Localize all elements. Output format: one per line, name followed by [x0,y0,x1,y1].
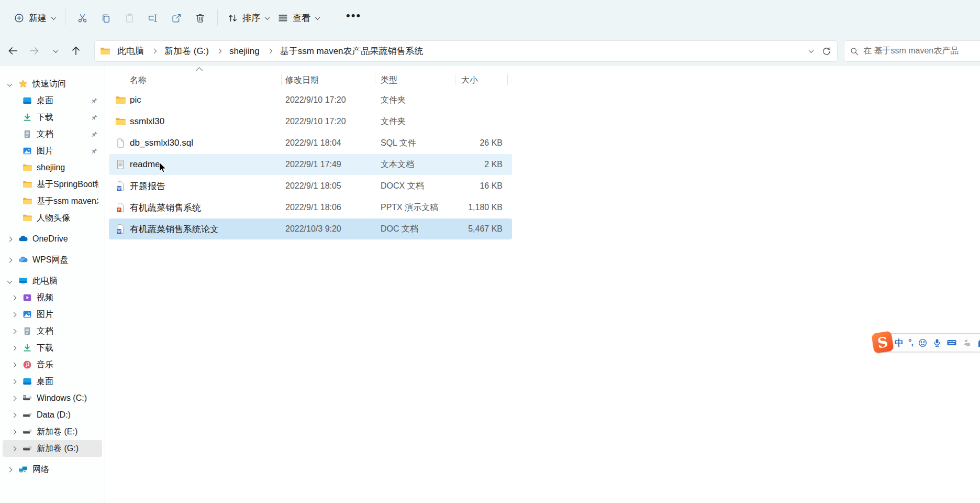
breadcrumb-item[interactable]: 新加卷 (G:) [162,43,211,59]
file-row-有机蔬菜销售系统论文[interactable]: W有机蔬菜销售系统论文2022/10/3 9:20DOC 文档5,467 KB [109,218,512,239]
share-icon [171,13,182,24]
file-explorer-window: 新建 [0,0,980,503]
ime-microphone-button[interactable] [932,338,942,347]
sidebar-item-下载[interactable]: 下载 [3,109,102,126]
sidebar-item-视频[interactable]: 视频 [3,289,102,306]
cut-button[interactable] [71,9,94,27]
column-header-date[interactable]: 修改日期 [285,75,319,86]
sidebar-item-Windows (C:)[interactable]: Windows (C:) [3,390,102,407]
rename-button[interactable] [141,9,165,27]
address-bar[interactable]: 此电脑新加卷 (G:)shejiing基于ssm maven农产品果蔬销售系统 [94,40,838,62]
sort-button[interactable]: 排序 [223,9,273,27]
chevron-right-icon[interactable] [9,313,18,316]
sidebar-item-WPS网盘[interactable]: WPS网盘 [3,252,102,268]
column-header-size[interactable]: 大小 [461,75,478,86]
page-file-icon [115,133,126,154]
chevron-right-icon[interactable] [9,380,18,384]
address-dropdown-icon[interactable] [809,48,814,53]
sidebar-item-此电脑[interactable]: 此电脑 [3,272,102,289]
file-row-ssmlxl30[interactable]: ssmlxl302022/9/10 17:20文件夹 [109,111,512,132]
ime-emoji-button[interactable] [918,338,928,348]
sidebar-item-桌面[interactable]: 桌面 [3,92,102,109]
file-row-db_ssmlxl30.sql[interactable]: db_ssmlxl30.sql2022/9/1 18:04SQL 文件26 KB [109,133,512,154]
chevron-right-icon[interactable] [9,447,18,451]
recent-locations-button[interactable] [46,42,64,60]
breadcrumb-item[interactable]: 此电脑 [115,43,146,59]
forward-button[interactable] [25,42,43,60]
column-resize-handle[interactable] [507,74,508,85]
chevron-right-icon[interactable] [9,413,18,417]
breadcrumb-item[interactable]: shejiing [227,45,262,58]
more-icon: ••• [341,13,366,18]
sidebar-item-图片[interactable]: 图片 [3,306,102,323]
pane-divider[interactable] [105,65,105,503]
music-icon [23,360,32,369]
new-button[interactable]: 新建 [9,9,60,27]
view-button[interactable]: 查看 [273,9,324,27]
refresh-button[interactable] [821,46,832,57]
chevron-right-icon[interactable] [5,237,14,241]
drive-icon [23,427,32,436]
chevron-right-icon[interactable] [9,296,18,300]
sidebar-item-基于SpringBoot物[interactable]: 基于SpringBoot物 [3,176,102,193]
chevron-down-icon[interactable] [5,82,14,86]
column-header-type[interactable]: 类型 [381,75,397,86]
more-button[interactable]: ••• [335,14,373,21]
sidebar-item-图片[interactable]: 图片 [3,143,102,159]
chevron-right-icon[interactable] [9,397,18,400]
breadcrumb-item[interactable]: 基于ssm maven农产品果蔬销售系统 [278,43,426,59]
column-resize-handle[interactable] [375,74,375,85]
file-name: 有机蔬菜销售系统 [130,197,201,218]
chevron-right-icon[interactable] [5,468,14,472]
text-file-icon [115,154,126,175]
file-row-readme[interactable]: readme2022/9/1 17:49文本文档2 KB [109,154,512,175]
share-button[interactable] [165,9,188,27]
chevron-right-icon[interactable] [5,258,14,262]
sidebar-item-音乐[interactable]: 音乐 [3,356,102,373]
sidebar-item-下载[interactable]: 下载 [3,340,102,356]
chevron-right-icon[interactable] [9,363,18,367]
copy-button[interactable] [94,9,118,27]
chevron-right-icon[interactable] [9,330,18,333]
download-icon [23,343,32,353]
sidebar-item-网络[interactable]: 网络 [3,461,102,478]
sidebar-item-桌面[interactable]: 桌面 [3,373,102,390]
column-resize-handle[interactable] [455,74,455,85]
search-input[interactable]: 在 基于ssm maven农产品 [844,40,980,62]
svg-text:21: 21 [966,343,969,345]
pictures-icon [23,146,32,156]
sidebar-item-label: 网络 [32,464,49,475]
file-row-pic[interactable]: pic2022/9/10 17:20文件夹 [109,90,512,111]
sidebar-item-文档[interactable]: 文档 [3,126,102,143]
sidebar-item-新加卷 (G:)[interactable]: 新加卷 (G:) [3,440,102,457]
sidebar-item-shejiing[interactable]: shejiing [3,159,102,176]
back-button[interactable] [4,42,22,60]
sidebar-item-人物头像[interactable]: 人物头像 [3,210,102,226]
toolbar-separator [217,9,218,26]
sidebar-item-新加卷 (E:)[interactable]: 新加卷 (E:) [3,423,102,440]
ime-skin-button[interactable] [976,337,980,348]
delete-button[interactable] [188,9,212,27]
sogou-logo-icon[interactable]: S [871,331,894,353]
file-row-有机蔬菜销售系统[interactable]: P有机蔬菜销售系统2022/9/1 18:06PPTX 演示文稿1,180 KB [109,197,512,218]
sidebar-item-label: 桌面 [37,376,53,387]
ime-punctuation-toggle[interactable]: °, [908,338,913,347]
ime-keyboard-button[interactable] [946,337,957,348]
sidebar-item-Data (D:)[interactable]: Data (D:) [3,407,102,423]
chevron-right-icon[interactable] [9,430,18,434]
column-resize-handle[interactable] [281,74,282,85]
chevron-right-icon[interactable] [9,346,18,350]
file-row-开题报告[interactable]: W开题报告2022/9/1 18:05DOCX 文档16 KB [109,176,512,196]
chevron-down-icon[interactable] [5,279,14,283]
column-header-name[interactable]: 名称 [130,75,147,86]
up-button[interactable] [67,42,85,60]
sidebar-item-基于ssm maven农[interactable]: 基于ssm maven农 [3,193,102,210]
paste-button[interactable] [118,9,141,27]
ime-toolbox-button[interactable]: 21 [962,338,972,348]
sidebar-item-OneDrive[interactable]: OneDrive [3,231,102,247]
file-size [396,90,503,111]
svg-text:W: W [117,187,121,190]
sidebar-item-文档[interactable]: 文档 [3,323,102,340]
sidebar-item-快速访问[interactable]: 快速访问 [3,75,102,92]
ime-language-mode[interactable]: 中 [895,337,904,349]
